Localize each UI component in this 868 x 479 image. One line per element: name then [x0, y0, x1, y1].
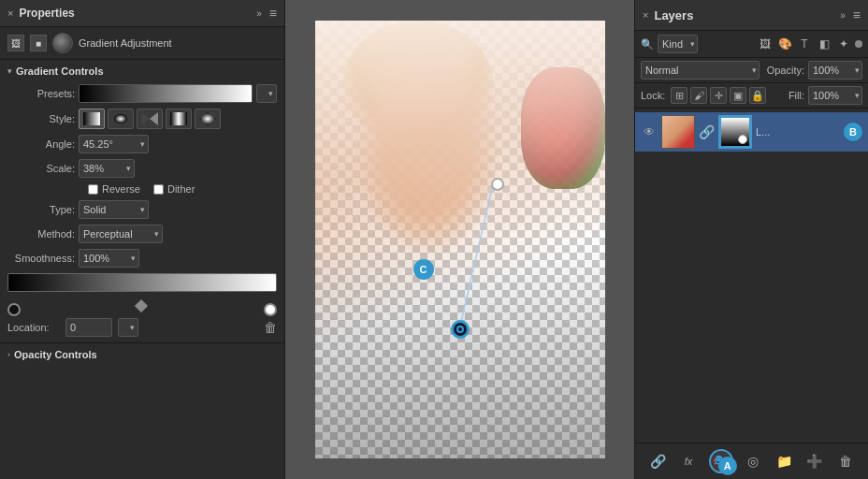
- gradient-overlay-canvas: [315, 21, 605, 458]
- lock-artboard-icon[interactable]: ▣: [730, 87, 746, 104]
- layer-mask-thumbnail[interactable]: [718, 115, 752, 149]
- layers-menu-icon[interactable]: ≡: [853, 7, 861, 22]
- panel-menu-icon[interactable]: ≡: [269, 6, 277, 21]
- scale-select[interactable]: 38%: [79, 159, 135, 178]
- type-row: Type: Solid: [7, 200, 277, 219]
- location-input[interactable]: [65, 318, 112, 337]
- location-unit-select[interactable]: [118, 318, 138, 337]
- method-label: Method:: [7, 228, 75, 240]
- gradient-end-point[interactable]: [451, 320, 470, 339]
- style-reflected-icon[interactable]: [166, 109, 192, 129]
- layers-title: Layers: [654, 8, 693, 22]
- label-b: B: [844, 123, 862, 141]
- lock-fill-row: Lock: ⊞ 🖌 ✛ ▣ 🔒 Fill: 100% ▾: [635, 83, 868, 109]
- label-a: A: [718, 457, 737, 475]
- presets-gradient-bar[interactable]: [79, 84, 253, 103]
- layers-collapse-icon[interactable]: »: [840, 10, 846, 21]
- gradient-adjustment-row: 🖼 ■ Gradient Adjustment: [0, 27, 284, 60]
- style-radial-icon[interactable]: [108, 109, 134, 129]
- angle-select[interactable]: 45.25°: [79, 135, 149, 153]
- style-angle-icon[interactable]: [137, 109, 163, 129]
- svg-marker-3: [141, 112, 150, 125]
- layer-delete-icon[interactable]: 🗑: [835, 451, 856, 472]
- layer-mask-inner: [738, 135, 747, 144]
- angle-row: Angle: 45.25°: [7, 135, 277, 153]
- filter-shape-icon[interactable]: ◧: [816, 36, 832, 52]
- layer-fx-icon[interactable]: fx: [678, 451, 699, 472]
- style-label: Style:: [7, 113, 75, 124]
- lock-icons-group: ⊞ 🖌 ✛ ▣ 🔒: [671, 87, 766, 104]
- smoothness-row: Smoothness: 100%: [7, 249, 277, 268]
- layer-visibility-eye[interactable]: 👁: [641, 123, 658, 140]
- filter-text-icon[interactable]: T: [796, 36, 813, 52]
- lock-checkerboard-icon[interactable]: ⊞: [671, 87, 687, 104]
- reverse-dither-row: Reverse Dither: [7, 183, 277, 195]
- close-icon[interactable]: ×: [7, 7, 13, 19]
- gradient-stop-left[interactable]: [7, 303, 21, 316]
- reverse-checkbox[interactable]: [88, 184, 98, 195]
- opacity-chevron-icon: ▾: [855, 65, 860, 75]
- style-icons-group: [79, 109, 221, 129]
- dither-label: Dither: [167, 183, 195, 195]
- filter-toggle-dot[interactable]: [855, 40, 862, 48]
- filter-adjust-icon[interactable]: 🎨: [776, 36, 793, 52]
- layer-add-icon[interactable]: ➕: [804, 451, 825, 472]
- lock-move-icon[interactable]: ✛: [710, 87, 727, 104]
- scale-row: Scale: 38%: [7, 159, 277, 178]
- collapse-icon[interactable]: »: [256, 8, 262, 19]
- layer-chain-icon[interactable]: 🔗: [699, 124, 715, 139]
- layer-item-active[interactable]: 👁 🔗 L... B: [635, 112, 868, 152]
- panel-title: Properties: [19, 7, 74, 20]
- layer-circle-icon[interactable]: ◎: [743, 451, 763, 472]
- location-row: Location: 🗑: [7, 318, 277, 337]
- gradient-controls-header[interactable]: ▾ Gradient Controls: [7, 65, 277, 77]
- layers-list: 👁 🔗 L... B: [635, 109, 868, 443]
- angle-label: Angle:: [7, 138, 75, 150]
- gradient-controls-section: ▾ Gradient Controls Presets: Style:: [0, 60, 284, 343]
- opacity-value-wrapper: 100% ▾: [808, 61, 862, 80]
- reverse-label: Reverse: [102, 183, 140, 195]
- opacity-controls-header[interactable]: › Opacity Controls: [7, 349, 277, 360]
- gradient-start-point[interactable]: [491, 178, 504, 191]
- smoothness-select[interactable]: 100%: [79, 249, 139, 268]
- layers-close-icon[interactable]: ×: [643, 9, 648, 21]
- svg-rect-4: [170, 112, 179, 125]
- delete-stop-icon[interactable]: 🗑: [264, 320, 277, 335]
- gradient-main-bar[interactable]: [7, 273, 277, 292]
- fill-value-wrapper: 100% ▾: [808, 86, 862, 105]
- layer-folder-icon[interactable]: 📁: [774, 451, 794, 472]
- dither-checkbox-label[interactable]: Dither: [153, 183, 195, 195]
- lock-all-icon[interactable]: 🔒: [749, 87, 766, 104]
- label-c: C: [413, 259, 434, 280]
- kind-select[interactable]: Kind: [658, 35, 698, 53]
- gradient-stop-right[interactable]: [264, 303, 277, 316]
- gradient-slider-row: [7, 296, 277, 312]
- canvas-area: C: [285, 0, 634, 479]
- blend-opacity-row: Normal Opacity: 100% ▾: [635, 58, 868, 83]
- svg-marker-6: [199, 112, 216, 125]
- presets-dropdown[interactable]: [256, 84, 277, 103]
- lock-brush-icon[interactable]: 🖌: [690, 87, 707, 104]
- svg-point-1: [114, 114, 127, 123]
- blend-mode-select-wrapper: Normal: [641, 61, 760, 80]
- layers-search-row: 🔍 Kind 🖼 🎨 T ◧ ✦: [635, 31, 868, 58]
- layer-link-icon[interactable]: 🔗: [647, 451, 668, 472]
- panel-header: × Properties » ≡: [0, 0, 284, 27]
- search-kind-row: 🔍 Kind 🖼 🎨 T ◧ ✦: [641, 35, 862, 53]
- type-select[interactable]: Solid: [79, 200, 149, 219]
- layers-panel: × Layers » ≡ 🔍 Kind 🖼 🎨 T ◧ ✦: [634, 0, 868, 479]
- method-select[interactable]: Perceptual: [79, 225, 163, 243]
- layer-camera-wrapper: 🎭 A: [709, 449, 733, 473]
- svg-rect-5: [179, 112, 187, 125]
- blend-mode-select[interactable]: Normal: [641, 61, 760, 80]
- style-diamond-icon[interactable]: [195, 109, 221, 129]
- style-linear-icon[interactable]: [79, 109, 105, 129]
- reverse-checkbox-label[interactable]: Reverse: [88, 183, 140, 195]
- gradient-midpoint[interactable]: [135, 299, 148, 312]
- canvas-content: C: [315, 21, 605, 458]
- gradient-bar-area: [7, 273, 277, 312]
- dither-checkbox[interactable]: [153, 184, 164, 195]
- filter-image-icon[interactable]: 🖼: [757, 36, 774, 52]
- layer-filter-icons: 🖼 🎨 T ◧ ✦: [757, 36, 862, 52]
- filter-smart-icon[interactable]: ✦: [835, 36, 852, 52]
